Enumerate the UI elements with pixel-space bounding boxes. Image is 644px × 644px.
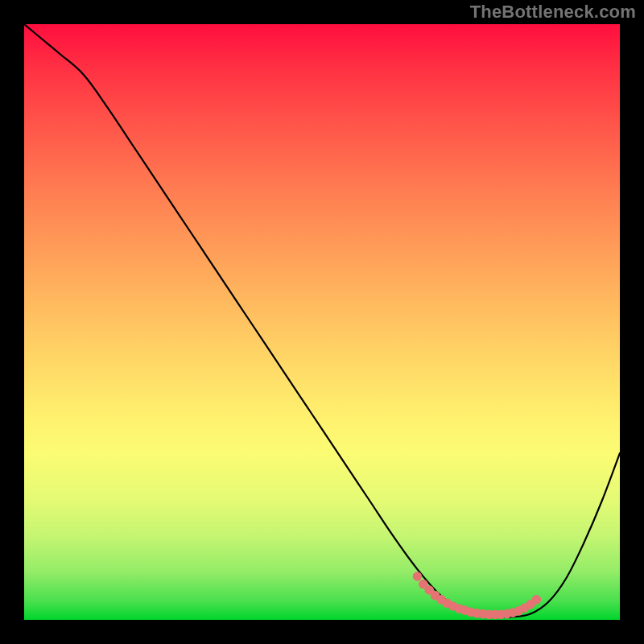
valley-dot (532, 595, 542, 605)
watermark: TheBottleneck.com (470, 2, 636, 23)
valley-dot (413, 572, 423, 581)
chart-frame: TheBottleneck.com (0, 0, 644, 644)
plot-area (24, 24, 620, 620)
valley-dots (24, 24, 620, 620)
